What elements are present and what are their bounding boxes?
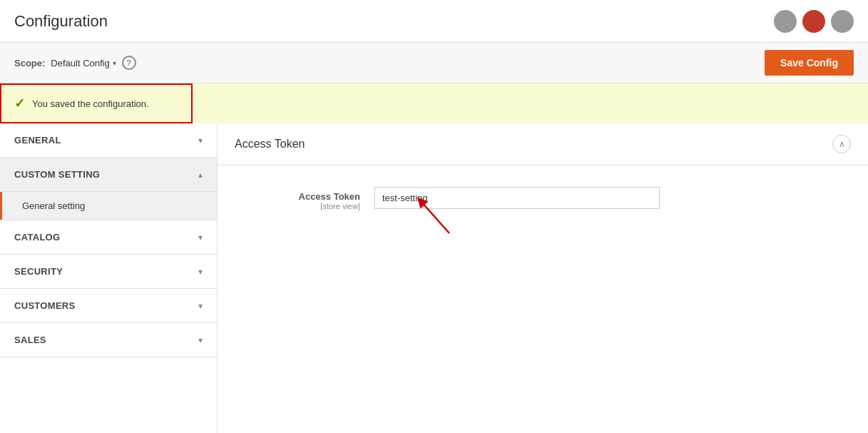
avatar-1 bbox=[774, 10, 797, 33]
sidebar-sales-chevron-icon: ▾ bbox=[198, 335, 203, 345]
access-token-input-col bbox=[374, 187, 660, 209]
collapse-button[interactable]: ∧ bbox=[832, 135, 851, 153]
scope-chevron-icon: ▾ bbox=[113, 59, 116, 67]
scope-bar: Scope: Default Config ▾ ? Save Config bbox=[0, 43, 868, 83]
sidebar-sub-item-general-setting-label: General setting bbox=[22, 200, 85, 211]
access-token-row: Access Token [store view] bbox=[246, 187, 839, 210]
save-config-button[interactable]: Save Config bbox=[765, 50, 854, 76]
sidebar-item-sales[interactable]: SALES ▾ bbox=[0, 323, 217, 357]
top-bar: Configuration bbox=[0, 0, 868, 43]
scope-label: Scope: bbox=[14, 58, 45, 68]
sidebar-item-sales-label: SALES bbox=[14, 335, 46, 345]
sidebar-security-chevron-icon: ▾ bbox=[198, 267, 203, 277]
success-banner: ✓ You saved the configuration. bbox=[0, 83, 193, 123]
scope-value: Default Config bbox=[51, 58, 109, 68]
sidebar-sub-items-custom: General setting bbox=[0, 192, 217, 220]
sidebar-item-catalog[interactable]: CATALOG ▾ bbox=[0, 220, 217, 255]
page-title: Configuration bbox=[14, 12, 108, 31]
section-title: Access Token bbox=[235, 138, 305, 151]
form-area: Access Token [store view] bbox=[218, 165, 868, 246]
collapse-icon: ∧ bbox=[839, 139, 845, 149]
alert-message: You saved the configuration. bbox=[32, 98, 149, 109]
sidebar-item-customers-label: CUSTOMERS bbox=[14, 300, 76, 311]
access-token-label-col: Access Token [store view] bbox=[246, 187, 360, 210]
sidebar-sub-item-general-setting[interactable]: General setting bbox=[0, 192, 217, 220]
main-layout: GENERAL ▾ CUSTOM SETTING ▴ General setti… bbox=[0, 123, 868, 433]
scope-left: Scope: Default Config ▾ ? bbox=[14, 56, 136, 70]
sidebar-item-catalog-label: CATALOG bbox=[14, 232, 60, 243]
sidebar: GENERAL ▾ CUSTOM SETTING ▴ General setti… bbox=[0, 123, 218, 433]
success-check-icon: ✓ bbox=[14, 96, 25, 111]
access-token-input[interactable] bbox=[374, 187, 660, 209]
sidebar-item-custom-setting-label: CUSTOM SETTING bbox=[14, 169, 100, 180]
sidebar-catalog-chevron-icon: ▾ bbox=[198, 233, 203, 243]
alert-row: ✓ You saved the configuration. bbox=[0, 83, 868, 123]
sidebar-item-security-label: SECURITY bbox=[14, 266, 63, 277]
sidebar-item-general-label: GENERAL bbox=[14, 135, 61, 146]
scope-select[interactable]: Default Config ▾ bbox=[51, 58, 116, 68]
sidebar-item-general[interactable]: GENERAL ▾ bbox=[0, 123, 217, 158]
access-token-label: Access Token bbox=[246, 191, 360, 202]
section-header: Access Token ∧ bbox=[218, 123, 868, 165]
sidebar-item-security[interactable]: SECURITY ▾ bbox=[0, 255, 217, 289]
sidebar-general-chevron-icon: ▾ bbox=[198, 136, 203, 146]
help-icon[interactable]: ? bbox=[122, 56, 136, 70]
content-area: Access Token ∧ Access Token [store view] bbox=[218, 123, 868, 433]
sidebar-item-customers[interactable]: CUSTOMERS ▾ bbox=[0, 289, 217, 323]
top-bar-right bbox=[774, 10, 854, 33]
avatar-2 bbox=[802, 10, 825, 33]
access-token-sub-label: [store view] bbox=[246, 202, 360, 210]
sidebar-item-custom-setting[interactable]: CUSTOM SETTING ▴ bbox=[0, 158, 217, 192]
avatar-3 bbox=[831, 10, 854, 33]
sidebar-customers-chevron-icon: ▾ bbox=[198, 301, 203, 311]
sidebar-custom-chevron-icon: ▴ bbox=[198, 170, 203, 180]
